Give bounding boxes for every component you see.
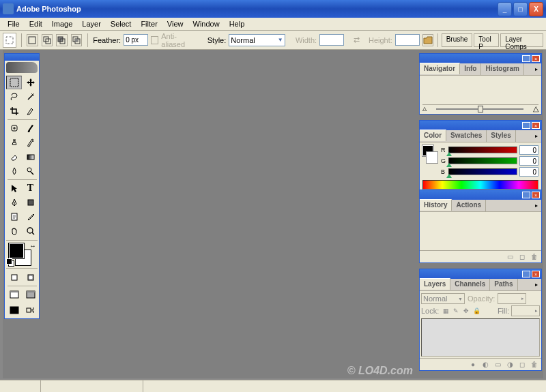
b-slider[interactable] — [448, 168, 517, 175]
status-zoom[interactable] — [0, 380, 41, 392]
minimize-button[interactable]: _ — [498, 2, 512, 16]
dodge-tool[interactable] — [23, 164, 38, 178]
palette-close-icon[interactable]: × — [532, 192, 540, 198]
menu-image[interactable]: Image — [47, 18, 78, 29]
new-snapshot-icon[interactable]: ◻ — [517, 252, 528, 262]
foreground-color-swatch[interactable] — [9, 243, 24, 258]
status-info[interactable] — [41, 380, 143, 392]
nav-zoom-out-icon[interactable]: △ — [422, 106, 427, 112]
new-document-from-state-icon[interactable]: ▭ — [504, 252, 515, 262]
palette-minimize-icon[interactable]: _ — [522, 192, 530, 198]
zoom-tool[interactable] — [23, 224, 38, 238]
tab-history[interactable]: History — [420, 199, 452, 211]
g-input[interactable] — [519, 156, 538, 166]
hand-tool[interactable] — [6, 224, 22, 238]
standard-screen-mode-icon[interactable] — [6, 288, 22, 301]
palette-minimize-icon[interactable]: _ — [522, 122, 530, 129]
palette-close-icon[interactable]: × — [532, 55, 540, 62]
palette-minimize-icon[interactable]: _ — [522, 271, 530, 277]
tab-info[interactable]: Info — [460, 63, 481, 75]
close-button[interactable]: X — [529, 2, 543, 16]
jump-to-imageready-icon[interactable] — [22, 303, 38, 317]
pen-tool[interactable] — [6, 196, 22, 209]
color-spectrum[interactable] — [422, 180, 538, 190]
eyedropper-tool[interactable] — [23, 210, 38, 224]
palette-close-icon[interactable]: × — [532, 271, 540, 277]
healing-brush-tool[interactable] — [6, 121, 22, 135]
full-screen-menubar-mode-icon[interactable] — [23, 288, 38, 301]
palette-menu-icon[interactable]: ▸ — [532, 200, 541, 211]
path-selection-tool[interactable] — [6, 181, 22, 195]
tab-swatches[interactable]: Swatches — [446, 130, 487, 142]
tab-actions[interactable]: Actions — [452, 200, 486, 211]
menu-file[interactable]: File — [3, 18, 25, 29]
layers-list[interactable] — [421, 318, 540, 357]
tab-channels[interactable]: Channels — [450, 279, 490, 290]
menu-view[interactable]: View — [162, 18, 188, 29]
menu-help[interactable]: Help — [225, 18, 250, 29]
quick-mask-mode-icon[interactable] — [23, 271, 38, 284]
color-bg-swatch[interactable] — [427, 152, 437, 163]
palette-menu-icon[interactable]: ▸ — [532, 63, 541, 75]
tab-histogram[interactable]: Histogram — [481, 63, 523, 75]
maximize-button[interactable]: □ — [513, 2, 528, 16]
style-select[interactable]: Normal ▼ — [229, 34, 285, 46]
palette-titlebar[interactable]: _ × — [420, 269, 541, 279]
nav-zoom-slider[interactable] — [436, 108, 523, 110]
nav-zoom-in-icon[interactable]: △ — [533, 104, 538, 113]
palette-close-icon[interactable]: × — [532, 122, 540, 129]
tab-color[interactable]: Color — [420, 130, 446, 141]
delete-state-icon[interactable]: 🗑 — [529, 252, 540, 262]
palette-titlebar[interactable]: _ × — [420, 190, 541, 200]
history-list[interactable] — [420, 212, 541, 250]
standard-mode-icon[interactable] — [6, 271, 22, 284]
dock-tab-brushes[interactable]: Brushe — [442, 33, 473, 47]
swap-colors-icon[interactable]: ↔ — [29, 242, 36, 250]
magic-wand-tool[interactable] — [23, 90, 38, 104]
selection-intersect-icon[interactable] — [71, 34, 83, 46]
selection-subtract-icon[interactable] — [56, 34, 68, 46]
clone-stamp-tool[interactable] — [6, 136, 22, 149]
menu-window[interactable]: Window — [188, 18, 225, 29]
b-input[interactable] — [519, 167, 538, 177]
palette-minimize-icon[interactable]: _ — [522, 55, 530, 62]
new-set-icon[interactable]: ▭ — [492, 360, 503, 370]
feather-input[interactable] — [124, 34, 148, 46]
notes-tool[interactable] — [6, 210, 22, 224]
toolbox-titlebar[interactable] — [5, 54, 39, 61]
dock-tab-tool-presets[interactable]: Tool P — [474, 33, 499, 47]
blur-tool[interactable] — [6, 164, 22, 178]
full-screen-mode-icon[interactable] — [6, 303, 22, 317]
selection-add-icon[interactable] — [42, 34, 53, 46]
new-layer-icon[interactable]: ◻ — [517, 360, 528, 370]
layer-mask-icon[interactable]: ◐ — [480, 360, 491, 370]
tab-layers[interactable]: Layers — [420, 278, 450, 290]
tab-navigator[interactable]: Navigator — [420, 63, 460, 74]
menu-edit[interactable]: Edit — [25, 18, 47, 29]
brush-tool[interactable] — [23, 121, 38, 135]
slice-tool[interactable] — [23, 104, 38, 118]
navigator-preview[interactable]: △ △ — [420, 76, 541, 114]
tab-paths[interactable]: Paths — [490, 279, 517, 290]
active-tool-preset[interactable] — [3, 33, 16, 48]
eraser-tool[interactable] — [6, 150, 22, 164]
menu-layer[interactable]: Layer — [77, 18, 106, 29]
shape-tool[interactable] — [23, 196, 38, 209]
menu-filter[interactable]: Filter — [136, 18, 162, 29]
type-tool[interactable]: T — [23, 181, 38, 195]
lasso-tool[interactable] — [6, 90, 22, 104]
palette-titlebar[interactable]: _ × — [420, 121, 541, 130]
delete-layer-icon[interactable]: 🗑 — [529, 360, 540, 370]
move-tool[interactable] — [23, 76, 38, 89]
r-slider[interactable] — [448, 147, 517, 153]
layer-style-icon[interactable]: ● — [468, 360, 478, 370]
r-input[interactable] — [519, 145, 538, 155]
dock-tab-layer-comps[interactable]: Layer Comps — [500, 33, 543, 47]
palette-menu-icon[interactable]: ▸ — [532, 279, 541, 290]
file-browser-icon[interactable] — [422, 34, 433, 46]
menu-select[interactable]: Select — [106, 18, 136, 29]
g-slider[interactable] — [448, 157, 517, 164]
gradient-tool[interactable] — [23, 150, 38, 164]
marquee-tool[interactable] — [6, 76, 22, 89]
tab-styles[interactable]: Styles — [487, 130, 515, 142]
